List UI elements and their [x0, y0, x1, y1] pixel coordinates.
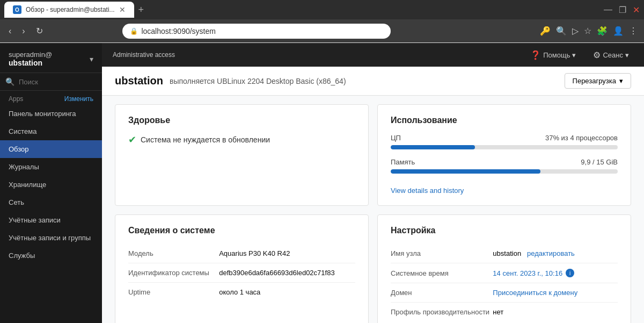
table-row: Имя узла ubstation редактировать: [391, 244, 618, 263]
page-title: ubstation: [115, 75, 163, 87]
health-status: ✔ Система не нуждается в обновлении: [128, 134, 355, 146]
sidebar-item-accounts[interactable]: Учётные записи: [0, 211, 102, 229]
sidebar-header: superadmin@ ubstation ▾: [0, 43, 102, 73]
sidebar-item-storage[interactable]: Хранилище: [0, 176, 102, 193]
tab-close-button[interactable]: ✕: [119, 5, 126, 14]
url-text: localhost:9090/system: [141, 27, 216, 35]
view-details-link[interactable]: View details and history: [391, 186, 464, 195]
model-value: Aquarius P30 K40 R42: [219, 244, 355, 263]
domain-link[interactable]: Присоединиться к домену: [493, 289, 577, 297]
window-controls: — ❐ ✕: [604, 5, 640, 15]
sidebar-item-logs[interactable]: Журналы: [0, 158, 102, 176]
key-icon[interactable]: 🔑: [540, 26, 551, 36]
topbar-right: ❓ Помощь ▾ ⚙ Сеанс ▾: [526, 48, 633, 62]
sidebar-username: superadmin@ ubstation: [9, 51, 52, 67]
uptime-label: Uptime: [128, 283, 219, 302]
table-row: Идентификатор системы defb390e6da6fa6669…: [128, 263, 355, 283]
content-area: Здоровье ✔ Система не нуждается в обновл…: [102, 96, 644, 323]
search-icon: 🔍: [5, 77, 14, 86]
system-label: Система: [9, 127, 36, 135]
services-label: Службы: [9, 252, 35, 260]
accounts-label: Учётные записи: [9, 216, 61, 224]
sidebar-item-monitoring[interactable]: Панель мониторинга: [0, 105, 102, 123]
health-card: Здоровье ✔ Система не нуждается в обновл…: [115, 104, 369, 206]
cpu-usage-row: ЦП 37% из 4 процессоров: [391, 134, 618, 149]
secure-icon: 🔒: [130, 27, 138, 35]
page-action: Перезагрузка ▾: [565, 73, 631, 89]
tab-favicon: О: [13, 5, 21, 14]
minimize-button[interactable]: —: [604, 5, 612, 15]
time-info-icon[interactable]: i: [566, 269, 574, 277]
address-bar: ‹ › ↻ 🔒 localhost:9090/system 🔑 🔍 ▷ ☆ 🧩 …: [0, 19, 644, 43]
help-button[interactable]: ❓ Помощь ▾: [526, 48, 580, 62]
sidebar-item-services[interactable]: Службы: [0, 247, 102, 264]
new-tab-button[interactable]: +: [138, 4, 144, 16]
check-icon: ✔: [128, 134, 136, 146]
cpu-value: 37% из 4 процессоров: [545, 134, 618, 142]
table-row: Домен Присоединиться к домену: [391, 283, 618, 303]
cast-icon[interactable]: ▷: [572, 26, 579, 36]
memory-label: Память: [391, 158, 415, 166]
restart-label: Перезагрузка: [573, 77, 616, 85]
memory-bar-fill: [391, 169, 540, 174]
sidebar-item-system[interactable]: Система: [0, 123, 102, 140]
memory-value: 9,9 / 15 GiB: [581, 158, 618, 166]
back-button[interactable]: ‹: [6, 24, 13, 38]
domain-cell: Присоединиться к домену: [493, 283, 618, 303]
health-status-text: Система не нуждается в обновлении: [141, 135, 270, 144]
cpu-bar-fill: [391, 145, 475, 149]
overview-label: Обзор: [9, 145, 29, 153]
sidebar-item-accounts-groups[interactable]: Учётные записи и группы: [0, 229, 102, 247]
restart-button[interactable]: Перезагрузка ▾: [565, 73, 631, 89]
sidebar-nav: Apps Изменить Панель мониторинга Система…: [0, 91, 102, 323]
cpu-bar-track: [391, 145, 618, 149]
url-bar[interactable]: 🔒 localhost:9090/system: [122, 24, 391, 39]
sidebar-item-network[interactable]: Сеть: [0, 193, 102, 211]
table-row: Модель Aquarius P30 K40 R42: [128, 244, 355, 263]
browser-chrome: О Обзор - superadmin@ubstati... ✕ + — ❐ …: [0, 0, 644, 19]
extensions-icon[interactable]: 🧩: [597, 26, 608, 36]
session-button[interactable]: ⚙ Сеанс ▾: [589, 48, 633, 62]
settings-title: Настройка: [391, 226, 618, 235]
page-header: ubstation выполняется UBLinux 2204 Deskt…: [102, 67, 644, 96]
help-icon: ❓: [530, 50, 541, 60]
access-label: Administrative access: [113, 51, 175, 59]
close-button[interactable]: ✕: [633, 5, 640, 15]
perf-value: нет: [493, 303, 618, 322]
usage-title: Использование: [391, 116, 618, 125]
help-chevron-icon: ▾: [572, 51, 576, 59]
profile-icon[interactable]: 👤: [613, 26, 624, 36]
search-input[interactable]: [19, 78, 97, 86]
time-value[interactable]: 14 сент. 2023 г., 10:16: [493, 269, 562, 277]
sidebar: superadmin@ ubstation ▾ 🔍 Apps Изменить …: [0, 43, 102, 323]
sidebar-toggle-button[interactable]: ▾: [90, 55, 93, 63]
search-toolbar-icon[interactable]: 🔍: [556, 26, 567, 36]
sidebar-item-overview[interactable]: Обзор: [0, 140, 102, 158]
bookmark-icon[interactable]: ☆: [584, 26, 591, 36]
sysinfo-title: Сведения о системе: [128, 226, 355, 235]
forward-button[interactable]: ›: [20, 24, 27, 38]
hostname-edit-link[interactable]: редактировать: [527, 249, 575, 257]
time-label: Системное время: [391, 263, 493, 283]
settings-card: Настройка Имя узла ubstation редактирова…: [377, 214, 631, 323]
health-title: Здоровье: [128, 116, 355, 125]
sysid-label: Идентификатор системы: [128, 263, 219, 283]
browser-tab[interactable]: О Обзор - superadmin@ubstati... ✕: [4, 2, 134, 18]
accounts-groups-label: Учётные записи и группы: [9, 234, 91, 242]
page-subtitle: выполняется UBLinux 2204 Desktop Basic (…: [170, 77, 346, 85]
tab-title: Обзор - superadmin@ubstati...: [26, 6, 115, 13]
sysinfo-table: Модель Aquarius P30 K40 R42 Идентификато…: [128, 244, 355, 302]
time-cell: 14 сент. 2023 г., 10:16 i: [493, 263, 618, 283]
menu-icon[interactable]: ⋮: [629, 26, 638, 36]
time-info: 14 сент. 2023 г., 10:16 i: [493, 269, 618, 277]
change-apps-link[interactable]: Изменить: [64, 95, 93, 103]
model-label: Модель: [128, 244, 219, 263]
session-label: Сеанс: [603, 51, 623, 59]
refresh-button[interactable]: ↻: [34, 24, 45, 38]
uptime-value: около 1 часа: [219, 283, 355, 302]
toolbar-icons: 🔑 🔍 ▷ ☆ 🧩 👤 ⋮: [540, 26, 638, 36]
maximize-button[interactable]: ❐: [619, 5, 626, 15]
perf-label: Профиль производительности: [391, 303, 493, 322]
network-label: Сеть: [9, 198, 24, 206]
logs-label: Журналы: [9, 163, 39, 171]
